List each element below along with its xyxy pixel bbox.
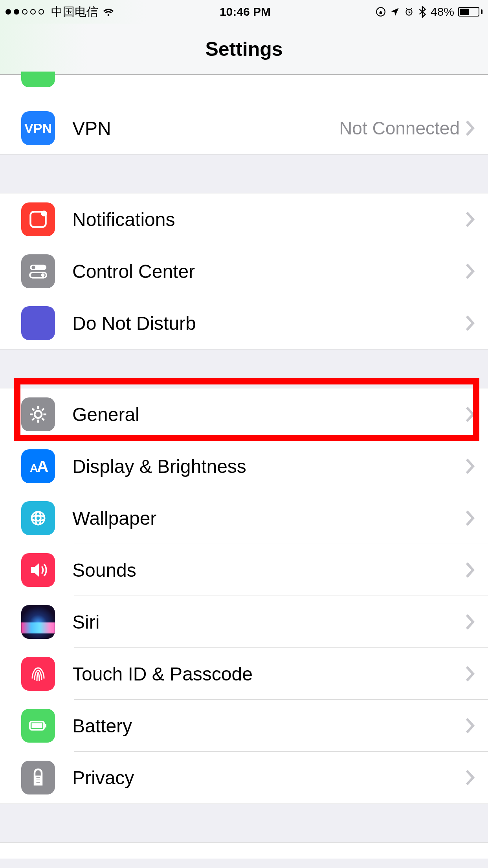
chevron-right-icon <box>464 665 476 682</box>
row-label: Notifications <box>72 209 464 230</box>
settings-row-touchid[interactable]: Touch ID & Passcode <box>0 648 488 700</box>
settings-row-siri[interactable]: Siri <box>0 596 488 648</box>
svg-text:A: A <box>37 457 48 475</box>
row-label: VPN <box>72 118 339 139</box>
chevron-right-icon <box>464 120 476 137</box>
settings-row-truncated-bottom[interactable] <box>0 843 488 859</box>
sounds-icon <box>21 553 55 587</box>
privacy-icon <box>21 761 55 794</box>
settings-row-vpn[interactable]: VPN VPN Not Connected <box>0 102 488 154</box>
section-network: VPN VPN Not Connected <box>0 75 488 154</box>
settings-row-truncated[interactable] <box>0 75 488 102</box>
chevron-right-icon <box>464 561 476 579</box>
settings-row-display[interactable]: AA Display & Brightness <box>0 440 488 492</box>
rotation-lock-icon <box>376 7 386 17</box>
settings-row-general[interactable]: General <box>0 388 488 440</box>
chevron-right-icon <box>464 613 476 631</box>
bluetooth-icon <box>418 6 427 18</box>
display-brightness-icon: AA <box>21 449 55 483</box>
chevron-right-icon <box>464 314 476 332</box>
hotspot-icon <box>21 72 55 87</box>
settings-row-notifications[interactable]: Notifications <box>0 193 488 245</box>
status-bar: 中国电信 10:46 PM 48% <box>0 0 488 24</box>
wifi-icon <box>102 6 115 18</box>
settings-row-dnd[interactable]: Do Not Disturb <box>0 297 488 349</box>
row-label: Do Not Disturb <box>72 313 464 334</box>
chevron-right-icon <box>464 211 476 228</box>
chevron-right-icon <box>464 717 476 734</box>
svg-point-8 <box>35 411 42 418</box>
status-right: 48% <box>376 5 482 18</box>
battery-icon <box>458 7 482 17</box>
section-gap <box>0 154 488 193</box>
general-icon <box>21 397 55 431</box>
settings-row-battery[interactable]: Battery <box>0 700 488 752</box>
chevron-right-icon <box>464 769 476 786</box>
row-label: Sounds <box>72 559 464 581</box>
nav-header: Settings <box>0 24 488 75</box>
svg-point-12 <box>32 512 45 525</box>
chevron-right-icon <box>464 509 476 527</box>
settings-row-controlcenter[interactable]: Control Center <box>0 245 488 297</box>
alarm-icon <box>404 7 414 17</box>
row-label: Battery <box>72 715 464 737</box>
location-icon <box>390 7 400 17</box>
settings-row-privacy[interactable]: Privacy <box>0 752 488 804</box>
page-title: Settings <box>205 38 283 61</box>
svg-point-11 <box>36 516 40 520</box>
siri-icon <box>21 605 55 639</box>
row-label: Control Center <box>72 261 464 282</box>
row-label: Display & Brightness <box>72 456 464 477</box>
row-label: Privacy <box>72 767 464 789</box>
section-alerts: Notifications Control Center Do Not Dist… <box>0 193 488 349</box>
status-left: 中国电信 <box>6 4 115 20</box>
row-label: Siri <box>72 611 464 633</box>
chevron-right-icon <box>464 406 476 423</box>
section-gap <box>0 804 488 843</box>
section-icloud-group <box>0 843 488 859</box>
row-detail: Not Connected <box>339 118 460 139</box>
status-time: 10:46 PM <box>220 5 271 18</box>
svg-rect-14 <box>32 723 42 728</box>
touch-id-icon <box>21 657 55 691</box>
svg-point-7 <box>41 273 45 277</box>
section-gap <box>0 349 488 388</box>
settings-row-wallpaper[interactable]: Wallpaper <box>0 492 488 544</box>
row-label: General <box>72 404 464 425</box>
settings-row-sounds[interactable]: Sounds <box>0 544 488 596</box>
svg-point-5 <box>32 266 35 269</box>
row-label: Wallpaper <box>72 508 464 529</box>
svg-point-3 <box>41 211 47 217</box>
carrier-label: 中国电信 <box>51 4 98 20</box>
chevron-right-icon <box>464 458 476 475</box>
row-label: Touch ID & Passcode <box>72 663 464 685</box>
battery-percent: 48% <box>431 5 454 18</box>
wallpaper-icon <box>21 501 55 535</box>
control-center-icon <box>21 254 55 288</box>
battery-icon <box>21 709 55 743</box>
chevron-right-icon <box>464 263 476 280</box>
notifications-icon <box>21 202 55 236</box>
do-not-disturb-icon <box>21 306 55 340</box>
section-general-group: General AA Display & Brightness Wallpape… <box>0 388 488 804</box>
vpn-icon: VPN <box>21 111 55 145</box>
cellular-signal-icon <box>6 9 44 15</box>
svg-rect-15 <box>45 724 47 728</box>
